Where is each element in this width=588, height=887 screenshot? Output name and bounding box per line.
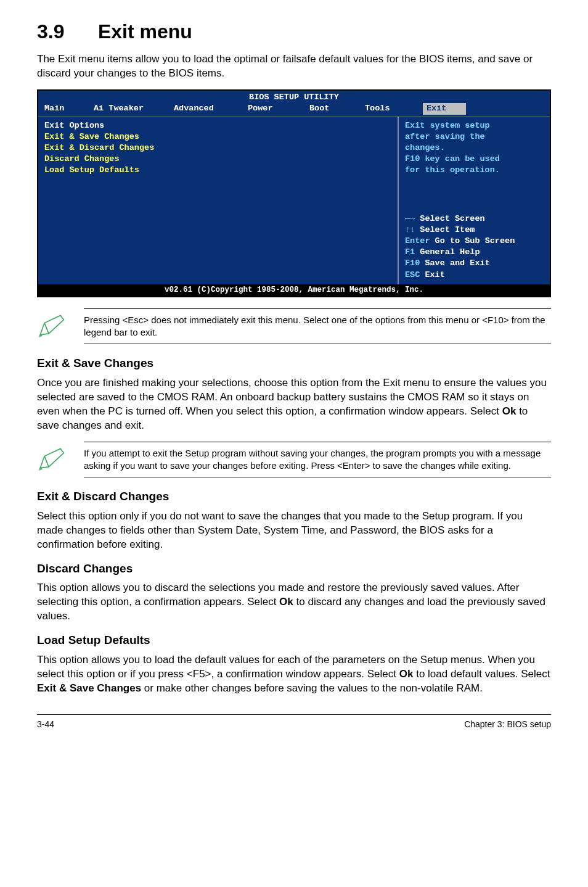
- key-enter: Enter: [405, 236, 430, 245]
- bold-ok: Ok: [399, 668, 414, 680]
- section-heading: 3.9 Exit menu: [37, 19, 551, 45]
- chapter-label: Chapter 3: BIOS setup: [464, 719, 551, 730]
- bold-ok: Ok: [502, 405, 517, 417]
- bios-screenshot: BIOS SETUP UTILITY Main Ai Tweaker Advan…: [37, 89, 551, 297]
- bios-tab-bar: Main Ai Tweaker Advanced Power Boot Tool…: [38, 103, 550, 115]
- subheading-save: Exit & Save Changes: [37, 355, 551, 371]
- key-desc: Go to Sub Screen: [430, 236, 515, 245]
- bios-menu-item: Load Setup Defaults: [44, 165, 391, 176]
- key-desc: General Help: [415, 247, 480, 257]
- bold-exit-save: Exit & Save Changes: [37, 682, 141, 694]
- key-desc: Save and Exit: [420, 258, 489, 268]
- tab-exit-active: Exit: [423, 103, 466, 114]
- text-run: to load default values. Select: [413, 668, 550, 680]
- bios-left-pane: Exit Options Exit & Save Changes Exit & …: [38, 117, 399, 284]
- bios-help-line: changes.: [405, 142, 544, 154]
- bios-title: BIOS SETUP UTILITY: [38, 91, 550, 103]
- bios-help-text: Exit system setup after saving the chang…: [405, 120, 544, 176]
- bios-menu-item: Exit & Discard Changes: [44, 142, 391, 154]
- key-f10: F10: [405, 258, 420, 268]
- bios-menu-item: Exit & Save Changes: [44, 131, 391, 142]
- subheading-load-defaults: Load Setup Defaults: [37, 632, 551, 648]
- bios-menu-item: Discard Changes: [44, 154, 391, 165]
- svg-line-0: [44, 323, 49, 333]
- tab-boot: Boot: [306, 103, 361, 114]
- svg-line-1: [44, 456, 49, 466]
- tab-tools: Tools: [361, 103, 423, 114]
- bios-key-legend: ←→ Select Screen ↑↓ Select Item Enter Go…: [405, 213, 544, 281]
- key-arrows-lr: ←→: [405, 214, 415, 223]
- note-text: If you attempt to exit the Setup program…: [84, 442, 551, 478]
- tab-power: Power: [244, 103, 306, 114]
- bios-help-line: Exit system setup: [405, 120, 544, 131]
- section-number: 3.9: [37, 19, 92, 45]
- key-arrows-ud: ↑↓: [405, 225, 415, 234]
- text-run: Once you are finished making your select…: [37, 377, 547, 417]
- bios-copyright: v02.61 (C)Copyright 1985-2008, American …: [38, 284, 550, 296]
- bios-help-line: after saving the: [405, 131, 544, 142]
- pencil-note-icon: [37, 308, 71, 342]
- paragraph: Once you are finished making your select…: [37, 376, 551, 433]
- bios-help-line: F10 key can be used: [405, 154, 544, 165]
- subheading-discard: Discard Changes: [37, 561, 551, 577]
- note-block: If you attempt to exit the Setup program…: [37, 442, 551, 478]
- key-desc: Exit: [420, 270, 445, 279]
- subheading-discard-exit: Exit & Discard Changes: [37, 489, 551, 505]
- bold-ok: Ok: [279, 596, 293, 608]
- note-text: Pressing <Esc> does not immediately exit…: [84, 308, 551, 345]
- paragraph: Select this option only if you do not wa…: [37, 510, 551, 552]
- bios-right-pane: Exit system setup after saving the chang…: [399, 117, 550, 284]
- bios-left-heading: Exit Options: [44, 120, 391, 131]
- key-desc: Select Screen: [415, 214, 484, 223]
- section-title-text: Exit menu: [98, 20, 192, 43]
- bios-body: Exit Options Exit & Save Changes Exit & …: [38, 116, 550, 284]
- bios-help-line: for this operation.: [405, 165, 544, 176]
- key-desc: Select Item: [415, 225, 475, 234]
- page-number: 3-44: [37, 719, 54, 730]
- intro-paragraph: The Exit menu items allow you to load th…: [37, 52, 551, 81]
- key-f1: F1: [405, 247, 415, 257]
- key-esc: ESC: [405, 270, 420, 279]
- paragraph: This option allows you to discard the se…: [37, 581, 551, 624]
- tab-ai-tweaker: Ai Tweaker: [90, 103, 170, 114]
- tab-main: Main: [41, 103, 90, 114]
- paragraph: This option allows you to load the defau…: [37, 653, 551, 696]
- note-block: Pressing <Esc> does not immediately exit…: [37, 308, 551, 345]
- page-footer: 3-44 Chapter 3: BIOS setup: [37, 714, 551, 730]
- tab-advanced: Advanced: [170, 103, 244, 114]
- pencil-note-icon: [37, 442, 71, 475]
- text-run: or make other changes before saving the …: [141, 682, 483, 694]
